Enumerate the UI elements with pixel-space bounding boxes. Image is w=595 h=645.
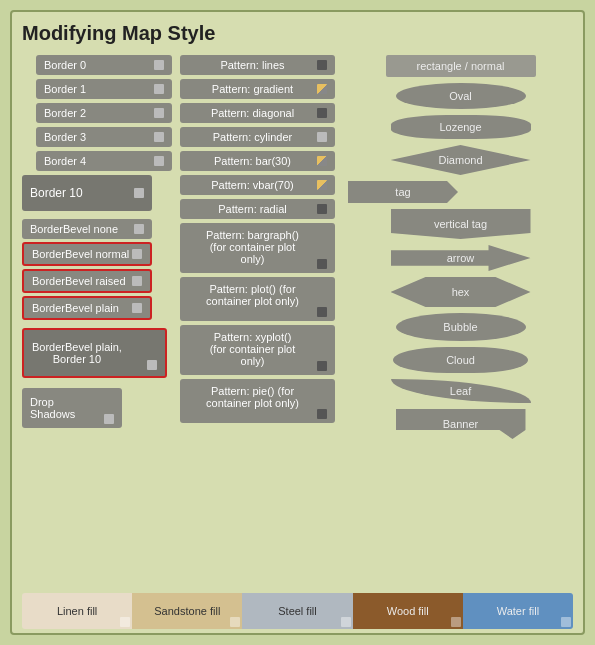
shape-arrow-row: arrow: [348, 245, 573, 271]
bevel-plain-button[interactable]: BorderBevel plain: [22, 296, 152, 320]
content-area: Border 0 Border 1 Border 2 Border 3 Bord…: [22, 55, 573, 585]
shape-cloud-row: Cloud: [348, 347, 573, 373]
bevel-raised-button[interactable]: BorderBevel raised: [22, 269, 152, 293]
pattern-vbar70-button[interactable]: Pattern: vbar(70): [180, 175, 335, 195]
fold-icon: [230, 617, 240, 627]
shape-lozenge-row: Lozenge: [348, 115, 573, 139]
shape-bubble-button[interactable]: Bubble: [396, 313, 526, 341]
pattern-pie-button[interactable]: Pattern: pie() (for container plot only): [180, 379, 335, 423]
border10-group: Border 10: [22, 175, 172, 211]
fold-icon: [120, 617, 130, 627]
fold-icon: [317, 132, 327, 142]
fold-icon: [154, 132, 164, 142]
pattern-cylinder-button[interactable]: Pattern: cylinder: [180, 127, 335, 147]
fold-icon: [317, 361, 327, 371]
pattern-bargraph-button[interactable]: Pattern: bargraph() (for container plot …: [180, 223, 335, 273]
pattern-xyplot-button[interactable]: Pattern: xyplot() (for container plot on…: [180, 325, 335, 375]
pattern-lines-button[interactable]: Pattern: lines: [180, 55, 335, 75]
shape-diamond-button[interactable]: Diamond: [391, 145, 531, 175]
fold-icon: [451, 617, 461, 627]
pattern-radial-button[interactable]: Pattern: radial: [180, 199, 335, 219]
shape-banner-row: Banner: [348, 409, 573, 439]
fold-icon: [561, 617, 571, 627]
fold-icon: [317, 180, 327, 190]
border-3-button[interactable]: Border 3: [36, 127, 172, 147]
shape-cloud-button[interactable]: Cloud: [393, 347, 528, 373]
shape-hex-row: hex: [348, 277, 573, 307]
shape-lozenge-button[interactable]: Lozenge: [391, 115, 531, 139]
fold-icon: [317, 156, 327, 166]
shape-hex-button[interactable]: hex: [391, 277, 531, 307]
fold-icon: [317, 84, 327, 94]
border-group: Border 0 Border 1 Border 2 Border 3 Bord…: [22, 55, 172, 171]
fold-icon: [154, 84, 164, 94]
wood-fill-button[interactable]: Wood fill: [353, 593, 463, 629]
fold-icon: [132, 303, 142, 313]
shape-leaf-button[interactable]: Leaf: [391, 379, 531, 403]
fold-icon: [317, 204, 327, 214]
border-1-button[interactable]: Border 1: [36, 79, 172, 99]
bevel-plain-border10-button[interactable]: BorderBevel plain, Border 10: [22, 328, 167, 378]
border-2-button[interactable]: Border 2: [36, 103, 172, 123]
sandstone-fill-button[interactable]: Sandstone fill: [132, 593, 242, 629]
shape-diamond-row: Diamond: [348, 145, 573, 175]
fold-icon: [134, 224, 144, 234]
water-fill-button[interactable]: Water fill: [463, 593, 573, 629]
border-0-button[interactable]: Border 0: [36, 55, 172, 75]
pattern-bar30-button[interactable]: Pattern: bar(30): [180, 151, 335, 171]
fold-icon: [147, 360, 157, 370]
fold-icon: [317, 259, 327, 269]
border-4-button[interactable]: Border 4: [36, 151, 172, 171]
shape-rectangle-button[interactable]: rectangle / normal: [386, 55, 536, 77]
shape-banner-button[interactable]: Banner: [396, 409, 526, 439]
drop-shadows-button[interactable]: Drop Shadows: [22, 388, 122, 428]
left-column: Border 0 Border 1 Border 2 Border 3 Bord…: [22, 55, 172, 585]
pattern-gradient-button[interactable]: Pattern: gradient: [180, 79, 335, 99]
shape-rectangle-row: rectangle / normal: [348, 55, 573, 77]
shape-oval-row: Oval: [348, 83, 573, 109]
fill-bar: Linen fill Sandstone fill Steel fill Woo…: [22, 593, 573, 629]
fold-icon: [132, 249, 142, 259]
fold-icon: [132, 276, 142, 286]
middle-column: Pattern: lines Pattern: gradient Pattern…: [180, 55, 340, 585]
shape-bubble-row: Bubble: [348, 313, 573, 341]
page-title: Modifying Map Style: [22, 22, 573, 45]
shape-tag-row: tag: [348, 181, 573, 203]
bevel-none-button[interactable]: BorderBevel none: [22, 219, 152, 239]
border-10-button[interactable]: Border 10: [22, 175, 152, 211]
shape-vtag-row: vertical tag: [348, 209, 573, 239]
shape-vertical-tag-button[interactable]: vertical tag: [391, 209, 531, 239]
linen-fill-button[interactable]: Linen fill: [22, 593, 132, 629]
right-column: rectangle / normal Oval Lozenge Diamond: [348, 55, 573, 585]
shape-oval-button[interactable]: Oval: [396, 83, 526, 109]
shape-leaf-row: Leaf: [348, 379, 573, 403]
steel-fill-button[interactable]: Steel fill: [242, 593, 352, 629]
fold-icon: [317, 409, 327, 419]
fold-icon: [104, 414, 114, 424]
fold-icon: [317, 307, 327, 317]
fold-icon: [317, 60, 327, 70]
fold-icon: [154, 108, 164, 118]
bevel-normal-button[interactable]: BorderBevel normal: [22, 242, 152, 266]
shape-tag-button[interactable]: tag: [348, 181, 458, 203]
shape-arrow-button[interactable]: arrow: [391, 245, 531, 271]
main-container: Modifying Map Style Border 0 Border 1 Bo…: [10, 10, 585, 635]
fold-icon: [154, 60, 164, 70]
fold-icon: [317, 108, 327, 118]
fold-icon: [341, 617, 351, 627]
fold-icon: [134, 188, 144, 198]
pattern-plot-button[interactable]: Pattern: plot() (for container plot only…: [180, 277, 335, 321]
fold-icon: [154, 156, 164, 166]
pattern-diagonal-button[interactable]: Pattern: diagonal: [180, 103, 335, 123]
bevel-group: BorderBevel none BorderBevel normal Bord…: [22, 219, 172, 320]
